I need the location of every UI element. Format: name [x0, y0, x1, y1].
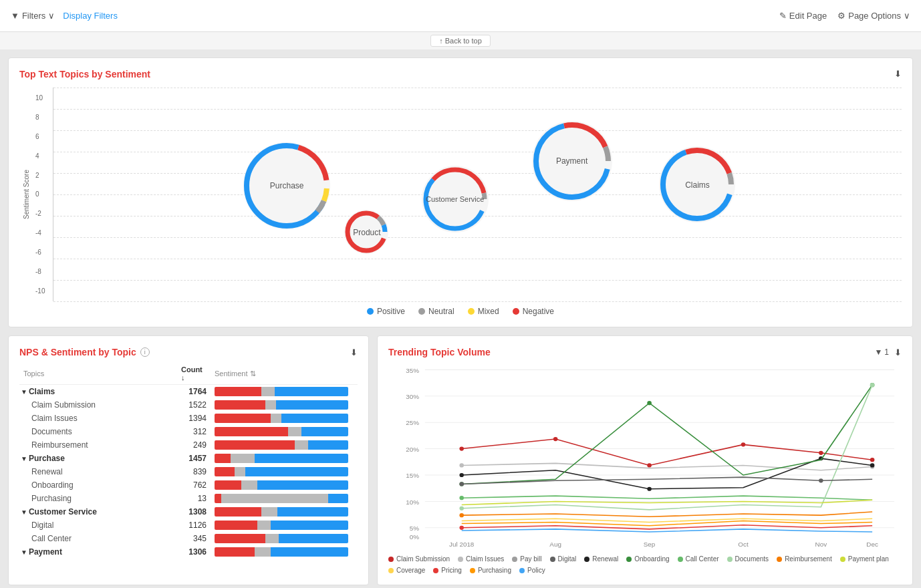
download-button[interactable]: ⬇ — [894, 69, 902, 79]
svg-text:Jul 2018: Jul 2018 — [449, 541, 474, 548]
table-row[interactable]: ▼Purchase 1457 — [19, 452, 358, 465]
svg-text:15%: 15% — [406, 472, 419, 479]
topic-name[interactable]: ▼Customer Service — [19, 505, 177, 519]
bubble-product[interactable]: Product — [342, 207, 392, 257]
table-row[interactable]: ▼Customer Service 1308 — [19, 505, 358, 519]
gear-icon: ⚙ — [837, 11, 845, 21]
table-row[interactable]: Digital 1126 — [19, 519, 358, 532]
trend-filter-badge[interactable]: ▼ 1 — [874, 347, 889, 357]
topic-name[interactable]: ▼Purchase — [19, 452, 177, 465]
subtopic-name: Reimbursement — [19, 438, 177, 452]
subtopic-bar — [211, 398, 358, 412]
table-row[interactable]: Call Center 345 — [19, 532, 358, 545]
svg-text:10%: 10% — [406, 498, 419, 506]
svg-point-42 — [459, 446, 464, 450]
subtopic-name: Call Center — [19, 532, 177, 545]
trend-svg: 35% 30% 25% 20% 15% 10% 5% 0% Jul 2018 A… — [388, 363, 902, 550]
trend-download-button[interactable]: ⬇ — [894, 347, 902, 357]
grid-line — [53, 109, 902, 110]
top-bar: ▼ Filters ∨ Display Filters ✎ Edit Page … — [0, 0, 921, 32]
trending-topic-card: Trending Topic Volume ▼ 1 ⬇ — [377, 335, 913, 585]
svg-point-55 — [647, 401, 652, 405]
subtopic-name: Purchasing — [19, 492, 177, 505]
bubble-payment[interactable]: Payment — [529, 118, 616, 204]
mixed-dot — [468, 308, 475, 315]
subtopic-count: 1394 — [177, 412, 211, 425]
table-row[interactable]: ▼Payment 1306 — [19, 545, 358, 559]
bubble-label-product: Product — [353, 228, 380, 237]
trend-title: Trending Topic Volume — [388, 347, 491, 357]
topic-bar — [211, 505, 358, 519]
edit-page-button[interactable]: ✎ Edit Page — [779, 11, 827, 21]
bubble-label-payment: Payment — [556, 156, 587, 166]
legend-documents: Documents — [727, 555, 769, 563]
legend-onboarding: Onboarding — [626, 555, 669, 563]
back-to-top-button[interactable]: ↑ Back to top — [430, 35, 491, 47]
topic-bar — [211, 452, 358, 465]
chart-legend: Positive Neutral Mixed Negative — [19, 307, 902, 316]
display-filters-button[interactable]: Display Filters — [63, 11, 118, 21]
legend-mixed: Mixed — [468, 307, 499, 316]
subtopic-name: Claim Issues — [19, 412, 177, 425]
table-row[interactable]: Renewal 839 — [19, 465, 358, 478]
legend-negative: Negative — [513, 307, 554, 316]
subtopic-name: Renewal — [19, 465, 177, 478]
subtopic-count: 345 — [177, 532, 211, 545]
top-bar-left: ▼ Filters ∨ Display Filters — [11, 11, 118, 21]
page-options-button[interactable]: ⚙ Page Options ∨ — [837, 11, 910, 21]
svg-point-62 — [819, 478, 823, 482]
filters-label: Filters — [22, 11, 45, 21]
table-row[interactable]: Reimbursement 249 — [19, 438, 358, 452]
table-row[interactable]: Onboarding 762 — [19, 478, 358, 492]
legend-claim-issues: Claim Issues — [458, 555, 504, 563]
svg-point-50 — [459, 473, 464, 477]
subtopic-count: 1126 — [177, 519, 211, 532]
subtopic-name: Digital — [19, 519, 177, 532]
svg-text:0%: 0% — [410, 534, 420, 541]
legend-coverage: Coverage — [388, 567, 425, 574]
table-row[interactable]: Claim Submission 1522 — [19, 398, 358, 412]
nps-header: NPS & Sentiment by Topic i ⬇ — [19, 347, 358, 357]
subtopic-count: 312 — [177, 425, 211, 438]
trend-actions: ▼ 1 ⬇ — [874, 347, 902, 357]
table-row[interactable]: ▼Claims 1764 — [19, 385, 358, 399]
neutral-dot — [418, 308, 425, 315]
display-filters-label: Display Filters — [63, 11, 118, 21]
top-text-topics-card: Top Text Topics by Sentiment ⬇ Sentiment… — [8, 57, 913, 327]
grid-line — [53, 88, 902, 88]
table-row[interactable]: Purchasing 13 — [19, 492, 358, 505]
svg-point-61 — [459, 482, 464, 486]
topic-name[interactable]: ▼Claims — [19, 385, 177, 399]
subtopic-name: Documents — [19, 425, 177, 438]
filters-button[interactable]: ▼ Filters ∨ — [11, 11, 55, 21]
subtopic-bar — [211, 492, 358, 505]
svg-point-60 — [459, 513, 464, 517]
legend-pay-bill: Pay bill — [512, 555, 541, 563]
bubble-customer-service[interactable]: Customer Service — [418, 162, 492, 236]
bubble-claims[interactable]: Claims — [656, 143, 739, 227]
back-to-top-bar: ↑ Back to top — [0, 32, 921, 49]
page-options-label: Page Options — [848, 11, 901, 21]
grid-line — [53, 301, 902, 302]
nps-download-button[interactable]: ⬇ — [350, 347, 358, 357]
svg-point-47 — [870, 458, 875, 462]
legend-policy: Policy — [519, 567, 545, 574]
topic-name[interactable]: ▼Payment — [19, 545, 177, 559]
col-count[interactable]: Count ↓ — [177, 363, 211, 385]
positive-dot — [367, 308, 374, 315]
nps-sentiment-card: NPS & Sentiment by Topic i ⬇ Topics Coun… — [8, 335, 369, 585]
grid-line — [53, 237, 902, 238]
svg-point-53 — [870, 463, 875, 467]
grid-line — [53, 130, 902, 131]
svg-point-58 — [459, 506, 464, 510]
subtopic-bar — [211, 425, 358, 438]
svg-text:20%: 20% — [406, 446, 419, 453]
svg-point-59 — [870, 383, 875, 387]
svg-point-46 — [819, 451, 823, 455]
bottom-row: NPS & Sentiment by Topic i ⬇ Topics Coun… — [8, 335, 913, 585]
legend-digital: Digital — [550, 555, 577, 563]
y-axis-ticks: 10 8 6 4 2 0 -2 -4 -6 -8 -10 — [33, 88, 53, 301]
bubble-purchase[interactable]: Purchase — [240, 139, 334, 233]
table-row[interactable]: Claim Issues 1394 — [19, 412, 358, 425]
table-row[interactable]: Documents 312 — [19, 425, 358, 438]
